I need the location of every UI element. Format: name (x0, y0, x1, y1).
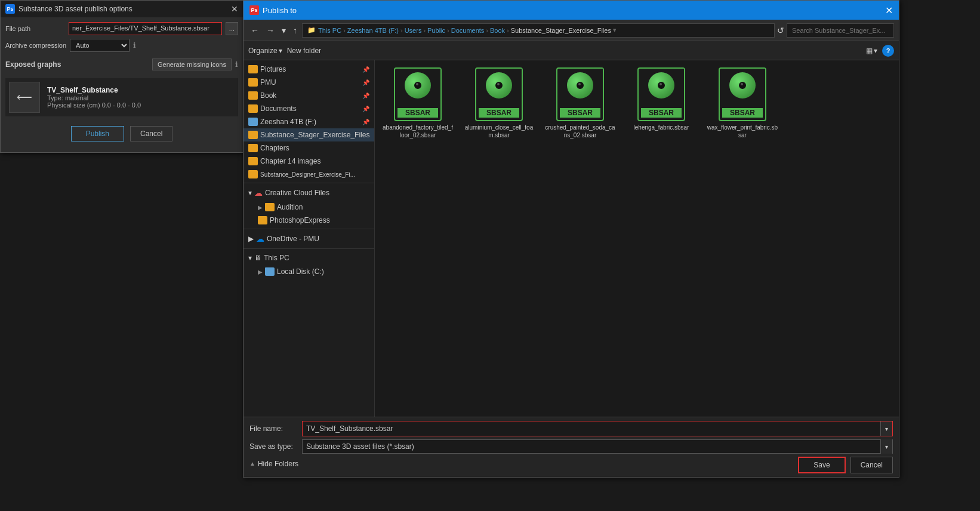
sidebar-item-book[interactable]: Book 📌 (244, 89, 374, 102)
archive-compression-label: Archive compression (5, 42, 66, 49)
publish-button[interactable]: Publish (71, 126, 124, 141)
sidebar-label-chapter14: Chapter 14 images (260, 157, 320, 165)
savetype-label: Save as type: (249, 442, 297, 451)
sidebar-label-book: Book (260, 91, 276, 100)
archive-compression-info-icon: ℹ (133, 41, 136, 50)
onedrive-group-header[interactable]: ▶ ☁ OneDrive - PMU (244, 231, 374, 247)
right-dialog-close-button[interactable]: ✕ (885, 5, 893, 16)
sidebar-item-pictures[interactable]: Pictures 📌 (244, 63, 374, 76)
savetype-select-wrap: Substance 3D asset files (*.sbsar) ▾ (302, 439, 893, 454)
right-dialog-title: Publish to (263, 6, 297, 15)
sbsar-ball-file5 (729, 72, 756, 98)
archive-compression-row: Archive compression Auto None Best Speed… (5, 39, 238, 52)
breadcrumb-book[interactable]: Book (490, 27, 505, 34)
file-name-file5: wax_flower_print_fabric.sbsar (707, 124, 778, 139)
up-button[interactable]: ↑ (291, 24, 300, 36)
back-button[interactable]: ← (248, 24, 261, 36)
left-dialog-title-bar: Ps Substance 3D asset publish options ✕ (1, 1, 243, 17)
file-name-file1: abandoned_factory_tiled_floor_02.sbsar (382, 124, 454, 139)
organize-button[interactable]: Organize ▾ (248, 47, 282, 55)
sbsar-label-file5: SBSAR (722, 108, 763, 118)
file-item-file1[interactable]: SBSAR abandoned_factory_tiled_floor_02.s… (382, 67, 454, 139)
this-pc-icon: 🖥 (254, 254, 261, 262)
hide-folders-chevron[interactable]: ▲ (249, 460, 255, 467)
breadcrumb-public[interactable]: Public (427, 27, 445, 34)
archive-compression-select[interactable]: Auto None Best Speed (70, 39, 130, 52)
file-item-file4[interactable]: SBSAR lehenga_fabric.sbsar (625, 67, 697, 139)
file-icon-file5: SBSAR (719, 67, 766, 121)
file-item-file3[interactable]: SBSAR crushed_painted_soda_cans_02.sbsar (544, 67, 616, 139)
file-path-label: File path (5, 25, 65, 32)
sbsar-ball-file1 (405, 72, 431, 98)
savetype-value: Substance 3D asset files (*.sbsar) (306, 442, 414, 451)
file-item-file5[interactable]: SBSAR wax_flower_print_fabric.sbsar (707, 67, 778, 139)
sidebar-label-pictures: Pictures (260, 65, 286, 73)
generate-missing-icons-button[interactable]: Generate missing icons (152, 59, 232, 70)
onedrive-icon: ☁ (256, 234, 264, 244)
sidebar-label-substance-stager: Substance_Stager_Exercise_Files (260, 131, 369, 139)
pmu-pin-icon: 📌 (362, 79, 369, 86)
sidebar-item-substance-stager[interactable]: Substance_Stager_Exercise_Files (244, 128, 374, 141)
breadcrumb-users[interactable]: Users (405, 27, 422, 34)
sidebar-divider-1 (244, 183, 374, 183)
sidebar-item-substance-designer[interactable]: Substance_Designer_Exercise_Fi... (244, 168, 374, 181)
filename-dropdown-button[interactable]: ▾ (880, 421, 892, 436)
hide-folders-label[interactable]: Hide Folders (258, 460, 298, 468)
sidebar-label-pmu: PMU (260, 78, 276, 87)
breadcrumb-thispc[interactable]: This PC (318, 27, 341, 34)
creative-cloud-group-header[interactable]: ▾ ☁ Creative Cloud Files (244, 185, 374, 201)
sidebar-item-photoshop-express[interactable]: PhotoshopExpress (244, 214, 374, 227)
view-icon: ▦ (866, 47, 873, 55)
savetype-dropdown-button[interactable]: ▾ (880, 439, 892, 454)
graph-name: TV_Shelf_Substance (47, 86, 141, 94)
breadcrumb-zeeshan4tb[interactable]: Zeeshan 4TB (F:) (347, 27, 399, 34)
this-pc-group-header[interactable]: ▾ 🖥 This PC (244, 251, 374, 265)
help-button[interactable]: ? (882, 45, 894, 57)
file-path-input[interactable]: ner_Exercise_Files/TV_Shelf_Substance.sb… (69, 22, 222, 35)
pictures-folder-icon (248, 65, 258, 73)
filename-row: File name: ▾ (249, 421, 893, 436)
refresh-button[interactable]: ↺ (777, 26, 784, 35)
exposed-graphs-title: Exposed graphs (5, 60, 61, 69)
file-item-file2[interactable]: SBSAR aluminium_close_cell_foam.sbsar (463, 67, 535, 139)
save-button[interactable]: Save (798, 457, 845, 473)
generate-icons-info-icon: ℹ (235, 60, 238, 69)
this-pc-label: This PC (264, 254, 289, 262)
file-path-browse-button[interactable]: ... (226, 22, 238, 35)
audition-expand-chevron: ▶ (258, 204, 263, 211)
sidebar-item-chapters[interactable]: Chapters (244, 141, 374, 155)
file-toolbar: Organize ▾ New folder ▦ ▾ ? (244, 41, 899, 60)
savetype-row: Save as type: Substance 3D asset files (… (249, 439, 893, 454)
sidebar-item-audition[interactable]: ▶ Audition (244, 201, 374, 214)
sidebar-item-chapter14[interactable]: Chapter 14 images (244, 155, 374, 168)
view-toggle-button[interactable]: ▦ ▾ (866, 47, 877, 55)
hide-folders-row: ▲ Hide Folders (249, 460, 298, 468)
address-bar: ← → ▾ ↑ 📁 This PC › Zeeshan 4TB (F:) › U… (244, 20, 899, 41)
left-cancel-button[interactable]: Cancel (130, 126, 172, 141)
sidebar-item-documents[interactable]: Documents 📌 (244, 102, 374, 115)
zeeshan4tb-pin-icon: 📌 (362, 119, 369, 125)
search-input[interactable] (787, 23, 894, 38)
left-dialog-close-button[interactable]: ✕ (231, 4, 238, 14)
file-icon-file1: SBSAR (394, 67, 442, 121)
dropdown-button[interactable]: ▾ (279, 24, 288, 36)
right-dialog-title-bar: Ps Publish to ✕ (244, 1, 899, 20)
savetype-select[interactable]: Substance 3D asset files (*.sbsar) (303, 441, 880, 452)
content-area: Pictures 📌 PMU 📌 Book 📌 Documents 📌 Zees (244, 60, 899, 417)
right-title-left: Ps Publish to (249, 5, 297, 15)
sidebar-label-chapters: Chapters (260, 144, 289, 152)
file-icon-file4: SBSAR (637, 67, 685, 121)
right-cancel-button[interactable]: Cancel (850, 457, 893, 473)
breadcrumb-documents[interactable]: Documents (451, 27, 485, 34)
corner-fold-file1 (433, 69, 440, 76)
action-row: Save Cancel (798, 457, 893, 473)
book-folder-icon (248, 91, 258, 100)
sbsar-ball-file3 (567, 72, 593, 98)
new-folder-button[interactable]: New folder (287, 47, 321, 55)
sidebar-item-local-disk[interactable]: ▶ Local Disk (C:) (244, 265, 374, 278)
filename-input[interactable] (303, 421, 880, 436)
sidebar-item-zeeshan4tb[interactable]: Zeeshan 4TB (F:) 📌 (244, 115, 374, 128)
forward-button[interactable]: → (264, 24, 277, 36)
sidebar-item-pmu[interactable]: PMU 📌 (244, 76, 374, 89)
bottom-action-row: ▲ Hide Folders Save Cancel (249, 457, 893, 473)
